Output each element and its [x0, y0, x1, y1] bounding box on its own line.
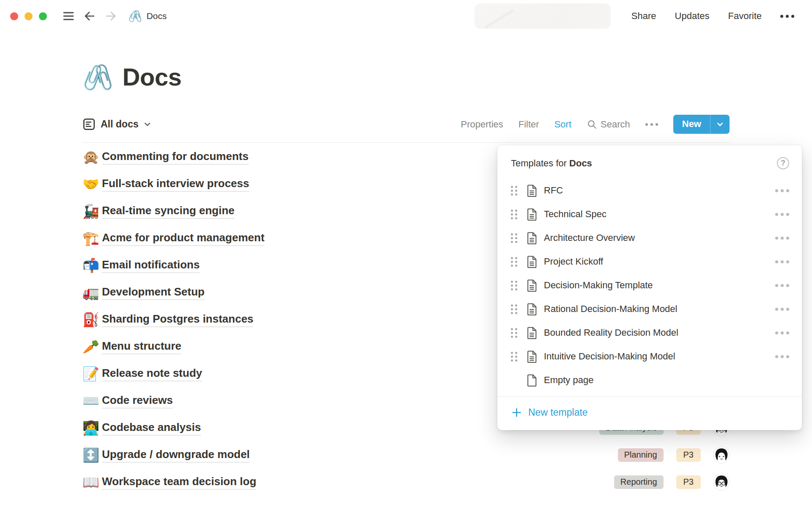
drag-handle-icon[interactable] [511, 304, 517, 314]
doc-title[interactable]: Acme for product management [102, 231, 264, 246]
doc-emoji-icon: 🙊 [82, 150, 102, 164]
updates-button[interactable]: Updates [675, 11, 710, 22]
new-dropdown-chevron-icon[interactable] [710, 115, 730, 134]
doc-title[interactable]: Workspace team decision log [102, 475, 256, 490]
template-name: Empty page [544, 375, 593, 386]
doc-emoji-icon: 📖 [82, 475, 102, 489]
doc-title[interactable]: Commenting for documents [102, 150, 249, 165]
window-controls [10, 12, 47, 20]
doc-emoji-icon: 👩‍💻 [82, 421, 102, 435]
share-button[interactable]: Share [631, 11, 656, 22]
sort-button[interactable]: Sort [554, 119, 571, 130]
doc-emoji-icon: 🚛 [82, 286, 102, 299]
zoom-window-button[interactable] [39, 12, 47, 20]
priority-badge[interactable]: P3 [676, 448, 701, 462]
template-more-icon[interactable] [775, 308, 789, 311]
paperclip-page-icon[interactable]: 🖇️ [82, 65, 113, 89]
doc-row[interactable]: ↕️ Upgrade / downgrade model Planning P3 [82, 442, 730, 469]
doc-emoji-icon: 🥕 [82, 340, 102, 353]
page-title[interactable]: Docs [122, 63, 181, 91]
template-item[interactable]: Project Kickoff [497, 250, 802, 273]
template-item[interactable]: Bounded Reality Decision Model [497, 321, 802, 345]
doc-emoji-icon: 🚂 [82, 204, 102, 218]
drag-handle-icon[interactable] [511, 186, 517, 196]
doc-title[interactable]: Release note study [102, 367, 202, 381]
doc-row[interactable]: 📖 Workspace team decision log Reporting … [82, 469, 730, 496]
doc-emoji-icon: 📬 [82, 259, 102, 272]
tag-badge[interactable]: Planning [618, 448, 664, 462]
doc-list-icon [82, 118, 96, 131]
doc-title[interactable]: Real-time syncing engine [102, 204, 235, 219]
template-name: Project Kickoff [544, 256, 603, 267]
search-button[interactable]: Search [587, 119, 630, 130]
toolbar-more-icon[interactable] [645, 123, 658, 126]
topbar-actions: Share Updates Favorite [631, 11, 794, 22]
favorite-button[interactable]: Favorite [728, 11, 762, 22]
document-icon [527, 279, 537, 292]
page-header: 🖇️ Docs [82, 63, 730, 91]
empty-page-item[interactable]: Empty page [497, 368, 802, 392]
template-name: Technical Spec [544, 209, 606, 220]
doc-title[interactable]: Email notifications [102, 258, 200, 273]
doc-title[interactable]: Development Setup [102, 285, 205, 300]
doc-title[interactable]: Sharding Postgres instances [102, 312, 253, 327]
doc-emoji-icon: 🏗️ [82, 232, 102, 245]
drag-handle-icon[interactable] [511, 210, 517, 219]
template-name: Intuitive Decision-Making Model [544, 351, 675, 362]
doc-emoji-icon: 📝 [82, 367, 102, 381]
collection-toolbar: All docs Properties Filter Sort Search N… [82, 115, 730, 134]
drag-handle-icon[interactable] [511, 233, 517, 243]
avatar[interactable] [713, 474, 730, 490]
drag-handle-icon[interactable] [511, 328, 517, 338]
empty-page-icon [527, 374, 537, 387]
template-more-icon[interactable] [775, 260, 789, 263]
doc-title[interactable]: Upgrade / downgrade model [102, 448, 250, 463]
tag-badge[interactable]: Reporting [614, 475, 664, 489]
template-item[interactable]: Decision-Making Template [497, 273, 802, 297]
template-more-icon[interactable] [775, 213, 789, 216]
template-more-icon[interactable] [775, 284, 789, 287]
template-item[interactable]: RFC [497, 179, 802, 202]
template-item[interactable]: Rational Decision-Making Model [497, 297, 802, 321]
doc-emoji-icon: ↕️ [82, 448, 102, 462]
doc-emoji-icon: ⌨️ [82, 394, 102, 408]
document-icon [527, 232, 537, 244]
paperclip-icon: 🖇️ [128, 11, 142, 22]
template-name: Rational Decision-Making Model [544, 304, 677, 315]
filter-button[interactable]: Filter [518, 119, 539, 130]
more-icon[interactable] [780, 15, 794, 18]
doc-title[interactable]: Menu structure [102, 340, 181, 354]
new-template-button[interactable]: New template [497, 397, 601, 430]
template-more-icon[interactable] [775, 331, 789, 334]
priority-badge[interactable]: P3 [676, 475, 701, 489]
template-more-icon[interactable] [775, 237, 789, 240]
template-item[interactable]: Technical Spec [497, 202, 802, 226]
new-button[interactable]: New [673, 115, 710, 134]
sidebar-toggle-icon[interactable] [62, 11, 75, 22]
minimize-window-button[interactable] [25, 12, 33, 20]
templates-panel: Templates forDocs ? RFC Technical Spec A… [497, 145, 802, 430]
template-item[interactable]: Intuitive Decision-Making Model [497, 345, 802, 368]
close-window-button[interactable] [10, 12, 18, 20]
template-name: Decision-Making Template [544, 280, 653, 291]
drag-handle-icon[interactable] [511, 281, 517, 290]
template-more-icon[interactable] [775, 355, 789, 358]
help-icon[interactable]: ? [777, 157, 789, 169]
doc-title[interactable]: Code reviews [102, 394, 173, 409]
doc-title[interactable]: Codebase analysis [102, 421, 201, 436]
avatar[interactable] [713, 447, 730, 463]
view-switcher[interactable]: All docs [82, 118, 151, 131]
template-list: RFC Technical Spec Architecture Overview… [497, 179, 802, 392]
properties-button[interactable]: Properties [461, 119, 503, 130]
forward-icon[interactable] [104, 10, 117, 22]
doc-title[interactable]: Full-stack interview process [102, 177, 249, 192]
faded-artifact [475, 3, 611, 29]
back-icon[interactable] [83, 10, 96, 22]
breadcrumb: 🖇️ Docs [128, 11, 167, 22]
template-more-icon[interactable] [775, 189, 789, 192]
document-icon [527, 256, 537, 268]
template-item[interactable]: Architecture Overview [497, 226, 802, 250]
drag-handle-icon[interactable] [511, 352, 517, 362]
templates-panel-header: Templates forDocs ? [497, 145, 802, 179]
drag-handle-icon[interactable] [511, 257, 517, 267]
